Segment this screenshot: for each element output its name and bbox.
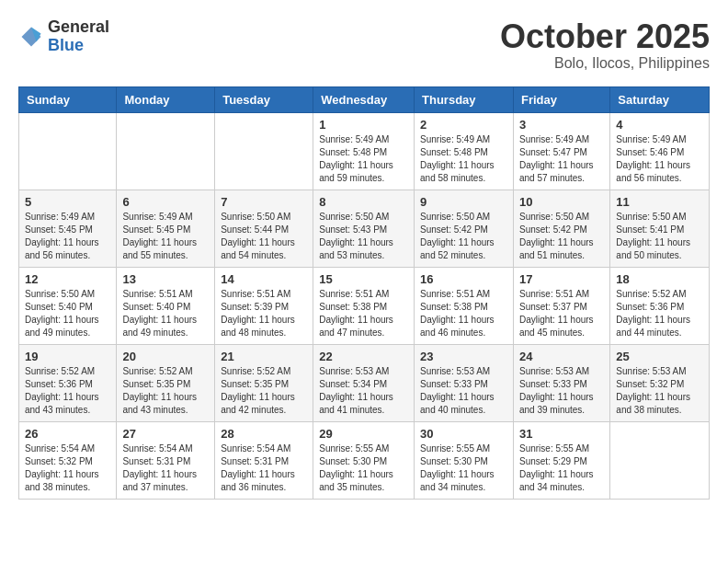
calendar-cell: 25Sunrise: 5:53 AM Sunset: 5:32 PM Dayli… [610,344,710,421]
logo-text: General Blue [48,18,109,55]
logo-blue: Blue [48,37,109,55]
day-number: 3 [519,118,604,132]
day-number: 19 [25,350,110,363]
calendar-cell: 11Sunrise: 5:50 AM Sunset: 5:41 PM Dayli… [610,190,710,267]
day-number: 17 [519,272,604,286]
day-number: 8 [319,195,408,209]
day-info: Sunrise: 5:54 AM Sunset: 5:31 PM Dayligh… [122,442,209,494]
day-info: Sunrise: 5:54 AM Sunset: 5:31 PM Dayligh… [221,442,307,494]
col-header-wednesday: Wednesday [313,86,415,112]
day-info: Sunrise: 5:51 AM Sunset: 5:39 PM Dayligh… [221,288,307,339]
col-header-monday: Monday [117,86,215,112]
day-number: 18 [616,272,703,286]
calendar-cell: 20Sunrise: 5:52 AM Sunset: 5:35 PM Dayli… [117,344,215,421]
day-info: Sunrise: 5:50 AM Sunset: 5:43 PM Dayligh… [319,211,408,262]
day-number: 21 [221,350,307,363]
col-header-tuesday: Tuesday [215,86,313,112]
month-title: October 2025 [500,18,710,55]
calendar-cell [610,421,710,499]
day-number: 15 [319,272,408,286]
calendar-cell: 12Sunrise: 5:50 AM Sunset: 5:40 PM Dayli… [19,267,117,344]
day-number: 12 [25,272,110,286]
day-number: 22 [319,350,408,363]
calendar-cell: 31Sunrise: 5:55 AM Sunset: 5:29 PM Dayli… [513,421,609,499]
logo-general: General [48,18,109,37]
calendar-cell: 29Sunrise: 5:55 AM Sunset: 5:30 PM Dayli… [313,421,415,499]
day-number: 23 [420,350,507,363]
calendar-cell: 13Sunrise: 5:51 AM Sunset: 5:40 PM Dayli… [117,267,215,344]
day-number: 30 [420,427,507,441]
calendar-cell: 16Sunrise: 5:51 AM Sunset: 5:38 PM Dayli… [415,267,514,344]
calendar-week-row: 12Sunrise: 5:50 AM Sunset: 5:40 PM Dayli… [19,267,710,344]
calendar-cell: 7Sunrise: 5:50 AM Sunset: 5:44 PM Daylig… [215,190,313,267]
day-number: 9 [420,195,507,209]
calendar-cell: 10Sunrise: 5:50 AM Sunset: 5:42 PM Dayli… [513,190,609,267]
calendar-cell: 22Sunrise: 5:53 AM Sunset: 5:34 PM Dayli… [313,344,415,421]
day-info: Sunrise: 5:53 AM Sunset: 5:33 PM Dayligh… [519,365,604,417]
day-number: 29 [319,427,408,441]
day-info: Sunrise: 5:50 AM Sunset: 5:44 PM Dayligh… [221,211,307,262]
day-info: Sunrise: 5:52 AM Sunset: 5:35 PM Dayligh… [122,365,209,417]
logo-icon [18,24,44,50]
day-number: 28 [221,427,307,441]
day-number: 20 [122,350,209,363]
calendar-cell: 26Sunrise: 5:54 AM Sunset: 5:32 PM Dayli… [19,421,117,499]
calendar-cell: 14Sunrise: 5:51 AM Sunset: 5:39 PM Dayli… [215,267,313,344]
calendar-cell: 23Sunrise: 5:53 AM Sunset: 5:33 PM Dayli… [415,344,514,421]
calendar-header-row: SundayMondayTuesdayWednesdayThursdayFrid… [19,86,710,112]
day-info: Sunrise: 5:52 AM Sunset: 5:36 PM Dayligh… [25,365,110,417]
calendar-cell: 6Sunrise: 5:49 AM Sunset: 5:45 PM Daylig… [117,190,215,267]
calendar-cell: 15Sunrise: 5:51 AM Sunset: 5:38 PM Dayli… [313,267,415,344]
day-number: 31 [519,427,604,441]
calendar-week-row: 5Sunrise: 5:49 AM Sunset: 5:45 PM Daylig… [19,190,710,267]
calendar-cell: 17Sunrise: 5:51 AM Sunset: 5:37 PM Dayli… [513,267,609,344]
logo: General Blue [18,18,109,55]
calendar-week-row: 1Sunrise: 5:49 AM Sunset: 5:48 PM Daylig… [19,112,710,190]
day-info: Sunrise: 5:49 AM Sunset: 5:46 PM Dayligh… [616,133,703,185]
calendar-week-row: 26Sunrise: 5:54 AM Sunset: 5:32 PM Dayli… [19,421,710,499]
day-number: 2 [420,118,507,132]
day-number: 4 [616,118,703,132]
day-number: 16 [420,272,507,286]
day-info: Sunrise: 5:49 AM Sunset: 5:47 PM Dayligh… [519,133,604,185]
day-info: Sunrise: 5:55 AM Sunset: 5:30 PM Dayligh… [319,442,408,494]
day-info: Sunrise: 5:54 AM Sunset: 5:32 PM Dayligh… [25,442,110,494]
calendar-cell [19,112,117,190]
day-number: 26 [25,427,110,441]
day-info: Sunrise: 5:51 AM Sunset: 5:38 PM Dayligh… [319,288,408,339]
calendar-cell: 5Sunrise: 5:49 AM Sunset: 5:45 PM Daylig… [19,190,117,267]
col-header-saturday: Saturday [610,86,710,112]
day-number: 27 [122,427,209,441]
col-header-thursday: Thursday [415,86,514,112]
calendar-cell [215,112,313,190]
calendar-cell: 30Sunrise: 5:55 AM Sunset: 5:30 PM Dayli… [415,421,514,499]
day-number: 7 [221,195,307,209]
day-info: Sunrise: 5:52 AM Sunset: 5:35 PM Dayligh… [221,365,307,417]
day-info: Sunrise: 5:53 AM Sunset: 5:32 PM Dayligh… [616,365,703,417]
calendar-cell: 9Sunrise: 5:50 AM Sunset: 5:42 PM Daylig… [415,190,514,267]
day-info: Sunrise: 5:49 AM Sunset: 5:45 PM Dayligh… [25,211,110,262]
day-info: Sunrise: 5:50 AM Sunset: 5:42 PM Dayligh… [519,211,604,262]
day-number: 1 [319,118,408,132]
calendar-cell: 2Sunrise: 5:49 AM Sunset: 5:48 PM Daylig… [415,112,514,190]
calendar-cell: 1Sunrise: 5:49 AM Sunset: 5:48 PM Daylig… [313,112,415,190]
page-header: General Blue October 2025 Bolo, Ilocos, … [18,18,710,72]
location: Bolo, Ilocos, Philippines [500,55,710,72]
day-info: Sunrise: 5:49 AM Sunset: 5:48 PM Dayligh… [319,133,408,185]
day-info: Sunrise: 5:53 AM Sunset: 5:34 PM Dayligh… [319,365,408,417]
calendar-cell: 3Sunrise: 5:49 AM Sunset: 5:47 PM Daylig… [513,112,609,190]
calendar-cell [117,112,215,190]
day-info: Sunrise: 5:55 AM Sunset: 5:30 PM Dayligh… [420,442,507,494]
col-header-sunday: Sunday [19,86,117,112]
day-info: Sunrise: 5:51 AM Sunset: 5:40 PM Dayligh… [122,288,209,339]
day-number: 10 [519,195,604,209]
day-number: 25 [616,350,703,363]
calendar-cell: 18Sunrise: 5:52 AM Sunset: 5:36 PM Dayli… [610,267,710,344]
col-header-friday: Friday [513,86,609,112]
day-info: Sunrise: 5:52 AM Sunset: 5:36 PM Dayligh… [616,288,703,339]
day-info: Sunrise: 5:53 AM Sunset: 5:33 PM Dayligh… [420,365,507,417]
calendar-cell: 4Sunrise: 5:49 AM Sunset: 5:46 PM Daylig… [610,112,710,190]
day-info: Sunrise: 5:49 AM Sunset: 5:45 PM Dayligh… [122,211,209,262]
day-number: 14 [221,272,307,286]
calendar-table: SundayMondayTuesdayWednesdayThursdayFrid… [18,86,710,500]
